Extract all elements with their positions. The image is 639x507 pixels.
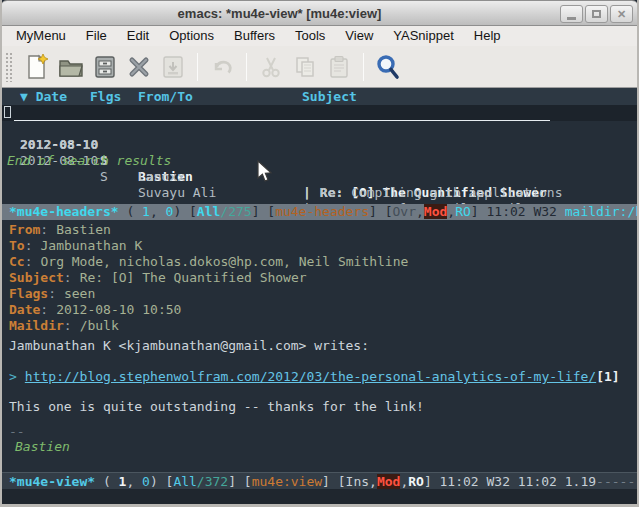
clock: 11:02 W32 — [486, 204, 564, 219]
emacs-window: emacs: *mu4e-view* [mu4e:view] ✕ MyMenu … — [0, 0, 639, 507]
field-cc: Cc:Org Mode, nicholas.dokos@hp.com, Neil… — [2, 254, 637, 270]
major-mode: mu4e:view — [252, 474, 322, 489]
menu-view[interactable]: View — [335, 26, 383, 46]
modeline-filler: ---------------------- — [596, 474, 637, 489]
column-flags[interactable]: Flgs — [90, 88, 121, 105]
row-subject: Re: Compiling glib applications — [320, 185, 563, 200]
emacs-frame: ▼ Date Flgs From/To Subject 2012-08-10 S… — [2, 88, 637, 504]
position-indicator: All — [173, 474, 196, 489]
modeline-buffer-name: *mu4e-view* — [9, 474, 95, 489]
toolbar-separator — [246, 53, 247, 81]
field-subject: Subject:Re: [O] The Quantified Shower — [2, 270, 637, 286]
body-quote-line: >http://blog.stephenwolfram.com/2012/03/… — [2, 369, 637, 385]
paste-clipboard-icon — [326, 54, 352, 80]
message-row[interactable]: 2012-08-10 S Lanoxx |Re: Compiling glib … — [2, 121, 637, 137]
cut-button[interactable] — [255, 51, 287, 83]
new-file-icon — [24, 53, 50, 81]
menu-help[interactable]: Help — [464, 26, 511, 46]
new-file-button[interactable] — [21, 51, 53, 83]
echo-area[interactable] — [2, 489, 637, 504]
subject-separator: | — [303, 185, 311, 200]
modified-flag: Mod — [424, 204, 447, 219]
field-from: From:Bastien — [2, 222, 637, 238]
window-title: emacs: *mu4e-view* [mu4e:view] — [1, 6, 558, 21]
menu-tools[interactable]: Tools — [285, 26, 335, 46]
menu-file[interactable]: File — [76, 26, 117, 46]
delete-buffer-button[interactable] — [123, 51, 155, 83]
body-link[interactable]: http://blog.stephenwolfram.com/2012/03/t… — [25, 369, 596, 384]
insert-flag: Ins — [346, 474, 369, 489]
end-of-search-results: End of search results — [2, 153, 637, 169]
line-number: 1 — [142, 204, 150, 219]
close-button[interactable]: ✕ — [610, 5, 633, 23]
title-bar[interactable]: emacs: *mu4e-view* [mu4e:view] ✕ — [0, 0, 639, 26]
window-controls: ✕ — [560, 5, 633, 23]
menu-mymenu[interactable]: MyMenu — [6, 26, 76, 46]
toolbar-separator — [363, 53, 364, 81]
row-from: Suvayu Ali — [138, 185, 216, 201]
modeline-view[interactable]: *mu4e-view* ( 1, 0) [All/372] [mu4e:view… — [2, 472, 637, 489]
clock: 11:02 W32 11:02 1.19 — [440, 474, 597, 489]
line-count: /275 — [220, 204, 251, 219]
menu-bar: MyMenu File Edit Options Buffers Tools V… — [2, 26, 637, 46]
maximize-button[interactable] — [585, 5, 608, 23]
overwrite-flag: Ovr — [393, 204, 416, 219]
undo-icon — [208, 54, 236, 80]
signature: Bastien — [2, 439, 637, 455]
save-button[interactable] — [89, 51, 121, 83]
modeline-headers[interactable]: *mu4e-headers* ( 1, 0) [All/275] [mu4e-h… — [2, 204, 637, 220]
open-file-button[interactable] — [55, 51, 87, 83]
field-maildir: Maildir:/bulk — [2, 318, 637, 334]
major-mode: mu4e-headers — [275, 204, 369, 219]
message-row-selected[interactable]: 2012-08-10 S Bastien |Re: [O] The Quanti… — [2, 105, 637, 121]
body-text: This one is quite outstanding -- thanks … — [2, 399, 637, 415]
save-as-button[interactable] — [157, 51, 189, 83]
row-flags: S — [100, 169, 108, 185]
toolbar-separator — [197, 53, 198, 81]
maildir-indicator: maildir:/bulk — [565, 204, 637, 219]
search-icon — [374, 53, 402, 81]
text-cursor — [4, 106, 11, 118]
toolbar-drag-handle[interactable] — [5, 52, 12, 82]
undo-button[interactable] — [206, 51, 238, 83]
save-icon — [92, 54, 118, 80]
footnote-ref: [1] — [596, 369, 619, 384]
minimize-button[interactable] — [560, 5, 583, 23]
maximize-icon — [592, 10, 601, 18]
open-folder-icon — [57, 54, 85, 80]
save-as-icon — [160, 54, 186, 80]
close-icon: ✕ — [617, 9, 626, 20]
cut-scissors-icon — [258, 54, 284, 80]
copy-icon — [292, 54, 318, 80]
position-indicator: All — [197, 204, 220, 219]
column-date[interactable]: ▼ Date — [20, 88, 67, 105]
readonly-flag: RO — [455, 204, 471, 219]
menu-buffers[interactable]: Buffers — [224, 26, 285, 46]
modeline-buffer-name: *mu4e-headers* — [9, 204, 119, 219]
minimize-icon — [567, 17, 576, 20]
signature-separator: -- — [2, 424, 637, 440]
delete-x-icon — [126, 54, 152, 80]
message-row[interactable]: 2012-08-10 S Suvayu Ali |Re: Emacs for e… — [2, 137, 637, 153]
field-date: Date:2012-08-10 10:50 — [2, 302, 637, 318]
field-to: To:Jambunathan K — [2, 238, 637, 254]
menu-options[interactable]: Options — [159, 26, 224, 46]
paste-button[interactable] — [323, 51, 355, 83]
readonly-flag: RO — [408, 474, 424, 489]
search-button[interactable] — [372, 51, 404, 83]
row-from: Lanoxx — [138, 169, 185, 185]
headers-column-header[interactable]: ▼ Date Flgs From/To Subject — [2, 88, 637, 105]
tool-bar — [2, 46, 637, 88]
quote-prefix: > — [9, 369, 17, 384]
column-subject[interactable]: Subject — [302, 88, 357, 105]
column-number: 0 — [142, 474, 150, 489]
menu-yasnippet[interactable]: YASnippet — [383, 26, 463, 46]
mouse-pointer — [257, 160, 273, 183]
line-count: /372 — [197, 474, 228, 489]
body-attribution: Jambunathan K <kjambunathan@gmail.com> w… — [2, 338, 637, 354]
copy-button[interactable] — [289, 51, 321, 83]
field-flags: Flags:seen — [2, 286, 637, 302]
menu-edit[interactable]: Edit — [117, 26, 159, 46]
column-from[interactable]: From/To — [138, 88, 193, 105]
modified-flag: Mod — [377, 474, 400, 489]
